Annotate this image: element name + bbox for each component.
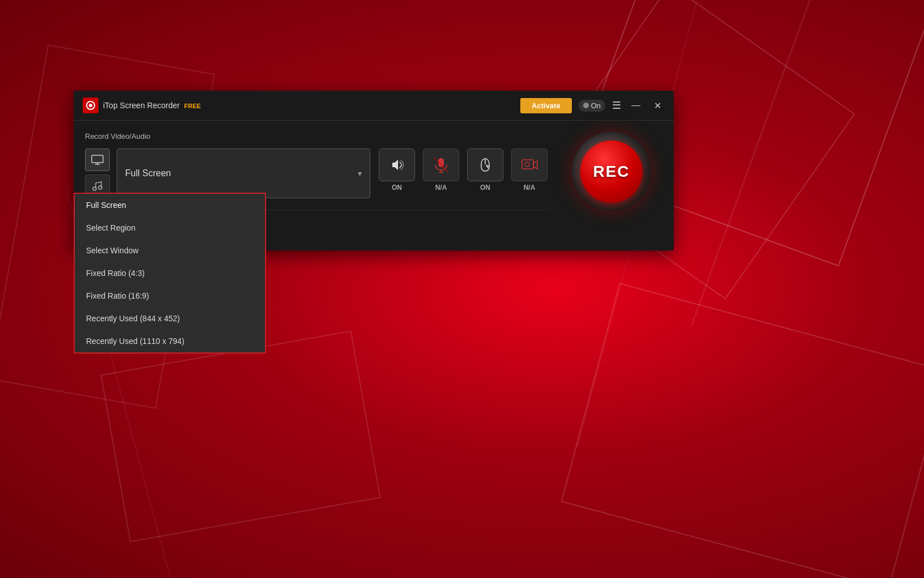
dropdown-menu-item-1[interactable]: Select Region xyxy=(75,216,265,239)
dropdown-menu-item-2[interactable]: Select Window xyxy=(75,239,265,262)
screen-select-dropdown[interactable]: Full Screen ▾ xyxy=(117,148,370,198)
app-name-text: iTop Screen Recorder xyxy=(103,101,179,110)
mic-control: N/A xyxy=(421,148,461,198)
title-bar: iTop Screen Recorder FREE Activate On ☰ … xyxy=(74,91,674,121)
on-toggle[interactable]: On xyxy=(579,100,605,112)
svg-rect-2 xyxy=(92,155,103,163)
mouse-button[interactable] xyxy=(467,148,503,181)
minimize-button[interactable]: — xyxy=(628,99,644,112)
dropdown-menu-item-6[interactable]: Recently Used (1110 x 794) xyxy=(75,330,265,352)
dropdown-selected-value: Full Screen xyxy=(125,168,358,178)
section-label: Record Video/Audio xyxy=(85,132,549,141)
svg-point-11 xyxy=(525,162,529,167)
screen-mode-button[interactable] xyxy=(85,148,110,171)
mouse-label: ON xyxy=(480,184,490,192)
close-button[interactable]: ✕ xyxy=(651,99,665,112)
media-controls: ON xyxy=(377,148,549,198)
bg-shape-3 xyxy=(561,283,924,578)
mouse-control: ON xyxy=(465,148,505,198)
on-dot xyxy=(583,103,589,108)
dropdown-menu-item-4[interactable]: Fixed Ratio (16:9) xyxy=(75,284,265,307)
hamburger-menu-icon[interactable]: ☰ xyxy=(612,99,621,112)
webcam-label: N/A xyxy=(524,184,536,192)
rec-button[interactable]: REC xyxy=(580,141,643,203)
mic-button[interactable] xyxy=(423,148,459,181)
app-logo xyxy=(83,97,99,113)
screen-dropdown-menu: Full ScreenSelect RegionSelect WindowFix… xyxy=(74,193,266,354)
svg-point-1 xyxy=(89,104,92,107)
rec-section: REC xyxy=(561,132,662,211)
webcam-button[interactable] xyxy=(511,148,547,181)
webcam-control: N/A xyxy=(510,148,549,198)
dropdown-menu-item-3[interactable]: Fixed Ratio (4:3) xyxy=(75,262,265,284)
mic-label: N/A xyxy=(435,184,447,192)
rec-label: REC xyxy=(593,163,630,181)
speaker-control: ON xyxy=(377,148,417,198)
dropdown-menu-item-0[interactable]: Full Screen xyxy=(75,194,265,216)
dropdown-menu-item-5[interactable]: Recently Used (844 x 452) xyxy=(75,307,265,330)
activate-button[interactable]: Activate xyxy=(520,98,572,113)
title-bar-controls: Activate On ☰ — ✕ xyxy=(520,98,665,113)
mode-icons xyxy=(85,148,110,198)
app-title: iTop Screen Recorder FREE xyxy=(103,101,516,110)
dropdown-arrow-icon: ▾ xyxy=(358,169,362,178)
speaker-button[interactable] xyxy=(379,148,415,181)
svg-rect-10 xyxy=(522,160,533,169)
speaker-label: ON xyxy=(392,184,402,192)
free-badge: FREE xyxy=(184,103,200,109)
on-toggle-label: On xyxy=(591,101,601,110)
rec-outer-ring: REC xyxy=(572,132,651,211)
